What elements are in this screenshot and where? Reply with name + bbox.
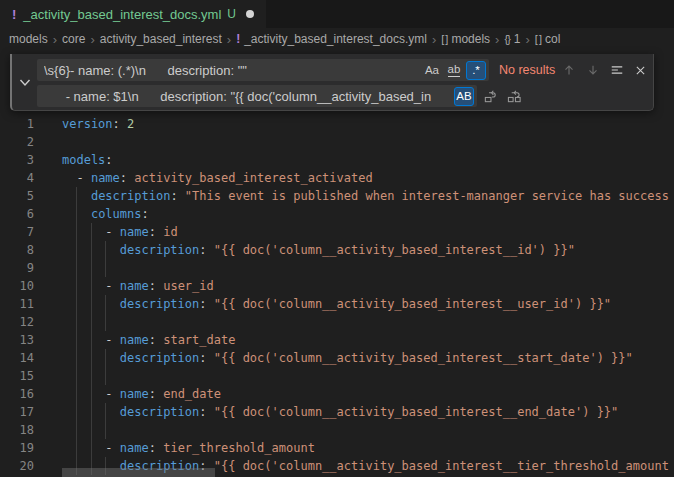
find-input-box: Aa ab .* bbox=[37, 59, 489, 81]
indent-guide bbox=[76, 349, 77, 367]
breadcrumb-item[interactable]: !_activity_based_interest_docs.yml bbox=[236, 32, 427, 46]
previous-match-button[interactable] bbox=[558, 60, 579, 81]
code-line[interactable]: 7 - name: id bbox=[0, 223, 674, 241]
code-line[interactable]: 19 - name: tier_threshold_amount bbox=[0, 439, 674, 457]
find-replace-widget: Aa ab .* No results bbox=[10, 54, 654, 111]
indent-guide bbox=[91, 421, 92, 439]
replace-icon bbox=[483, 89, 498, 104]
code-line[interactable]: 10 - name: user_id bbox=[0, 277, 674, 295]
code-line[interactable]: 1version: 2 bbox=[0, 115, 674, 133]
arrow-up-icon bbox=[562, 63, 576, 77]
line-number: 20 bbox=[0, 457, 62, 475]
breadcrumb-item-label: models bbox=[9, 32, 48, 46]
editor[interactable]: Aa ab .* No results bbox=[0, 50, 674, 477]
indent-guide bbox=[76, 241, 77, 259]
code-line[interactable]: 2 bbox=[0, 133, 674, 151]
code-line[interactable]: 18 bbox=[0, 421, 674, 439]
match-case-toggle[interactable]: Aa bbox=[422, 61, 442, 80]
breadcrumb-separator: › bbox=[526, 33, 530, 46]
git-untracked-badge: U bbox=[227, 7, 236, 21]
code-text: description: "{{ doc('column__activity_b… bbox=[62, 241, 674, 259]
indent-guide bbox=[91, 295, 92, 313]
regex-toggle[interactable]: .* bbox=[466, 61, 486, 80]
unsaved-changes-dot[interactable] bbox=[246, 10, 254, 18]
line-number: 7 bbox=[0, 223, 62, 241]
breadcrumb-separator: › bbox=[90, 33, 94, 46]
code-line[interactable]: 14 description: "{{ doc('column__activit… bbox=[0, 349, 674, 367]
code-line[interactable]: 5 description: "This event is published … bbox=[0, 187, 674, 205]
indent-guide bbox=[91, 403, 92, 421]
indent-guide bbox=[105, 421, 106, 439]
find-input[interactable] bbox=[44, 63, 420, 78]
arrow-down-icon bbox=[586, 63, 600, 77]
line-number: 17 bbox=[0, 403, 62, 421]
code-text: - name: activity_based_interest_activate… bbox=[62, 169, 674, 187]
code-text: description: "{{ doc('column__activity_b… bbox=[62, 349, 674, 367]
code-line[interactable]: 12 bbox=[0, 313, 674, 331]
line-number: 3 bbox=[0, 151, 62, 169]
code-text bbox=[62, 313, 674, 331]
breadcrumb-item-label: models bbox=[451, 32, 490, 46]
line-number: 2 bbox=[0, 133, 62, 151]
breadcrumb-item[interactable]: [ ]col bbox=[535, 32, 561, 46]
find-in-selection-button[interactable] bbox=[606, 60, 627, 81]
editor-tab[interactable]: ! _activity_based_interest_docs.yml U bbox=[0, 0, 266, 28]
close-find-button[interactable] bbox=[630, 60, 651, 81]
indent-guide bbox=[91, 349, 92, 367]
breadcrumb-item[interactable]: [ ]models bbox=[441, 32, 490, 46]
code-text: - name: start_date bbox=[62, 331, 674, 349]
code-line[interactable]: 15 bbox=[0, 367, 674, 385]
line-number: 10 bbox=[0, 277, 62, 295]
tab-filename: _activity_based_interest_docs.yml bbox=[23, 7, 221, 22]
line-number: 4 bbox=[0, 169, 62, 187]
find-results-count: No results bbox=[499, 63, 555, 77]
breadcrumb-item-label: activity_based_interest bbox=[100, 32, 222, 46]
chevron-down-icon bbox=[19, 78, 31, 87]
indent-guide bbox=[91, 367, 92, 385]
breadcrumb-item[interactable]: core bbox=[62, 32, 85, 46]
indent-guide bbox=[76, 295, 77, 313]
breadcrumb-item-label: col bbox=[545, 32, 560, 46]
next-match-button[interactable] bbox=[582, 60, 603, 81]
breadcrumb-item[interactable]: models bbox=[9, 32, 48, 46]
code-line[interactable]: 4 - name: activity_based_interest_activa… bbox=[0, 169, 674, 187]
indent-guide bbox=[76, 385, 77, 403]
replace-button[interactable] bbox=[480, 86, 501, 107]
breadcrumb-item[interactable]: {}1 bbox=[504, 32, 520, 46]
code-line[interactable]: 17 description: "{{ doc('column__activit… bbox=[0, 403, 674, 421]
breadcrumb-separator: › bbox=[495, 33, 499, 46]
breadcrumb-separator: › bbox=[432, 33, 436, 46]
code-line[interactable]: 3models: bbox=[0, 151, 674, 169]
code-line[interactable]: 8 description: "{{ doc('column__activity… bbox=[0, 241, 674, 259]
code-line[interactable]: 6 columns: bbox=[0, 205, 674, 223]
line-number: 19 bbox=[0, 439, 62, 457]
breadcrumb-separator: › bbox=[53, 33, 57, 46]
indent-guide bbox=[105, 259, 106, 277]
code-line[interactable]: 13 - name: start_date bbox=[0, 331, 674, 349]
replace-all-button[interactable] bbox=[504, 86, 525, 107]
horizontal-scrollbar-thumb[interactable] bbox=[62, 468, 215, 477]
replace-input-box: AB bbox=[37, 85, 477, 107]
close-icon bbox=[634, 64, 647, 77]
indent-guide bbox=[105, 367, 106, 385]
breadcrumb-item-label: 1 bbox=[514, 32, 521, 46]
code-text bbox=[62, 259, 674, 277]
code-line[interactable]: 11 description: "{{ doc('column__activit… bbox=[0, 295, 674, 313]
line-number: 11 bbox=[0, 295, 62, 313]
preserve-case-toggle[interactable]: AB bbox=[454, 87, 474, 106]
code-line[interactable]: 16 - name: end_date bbox=[0, 385, 674, 403]
code-text bbox=[62, 133, 674, 151]
replace-input[interactable] bbox=[44, 89, 452, 104]
indent-guide bbox=[76, 439, 77, 457]
yaml-icon: ! bbox=[236, 32, 240, 46]
symbol-array-icon: [ ] bbox=[535, 33, 541, 45]
code-text: - name: id bbox=[62, 223, 674, 241]
breadcrumb-item[interactable]: activity_based_interest bbox=[100, 32, 222, 46]
code-line[interactable]: 9 bbox=[0, 259, 674, 277]
code-text: version: 2 bbox=[62, 115, 674, 133]
line-number: 13 bbox=[0, 331, 62, 349]
toggle-replace-button[interactable] bbox=[12, 54, 37, 110]
code-text: - name: end_date bbox=[62, 385, 674, 403]
whole-word-toggle[interactable]: ab bbox=[444, 61, 464, 80]
indent-guide bbox=[91, 331, 92, 349]
